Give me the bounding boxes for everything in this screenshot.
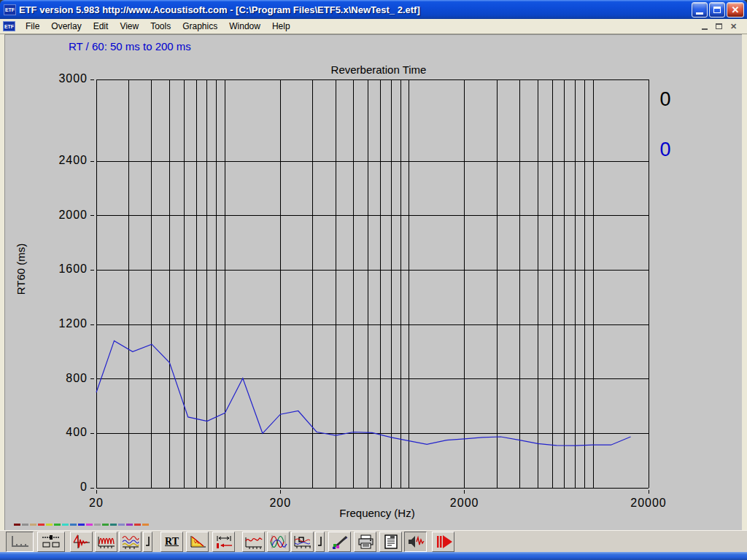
- overlay-color-dash: [94, 524, 101, 526]
- overlay-color-dash: [70, 524, 77, 526]
- minimize-button[interactable]: [692, 2, 708, 18]
- mdi-window-controls: ✕: [698, 20, 740, 32]
- chart-client-area: RT / 60: 50 ms to 200 ms Reverberation T…: [4, 34, 742, 530]
- toolbar-button-corner-marker-2[interactable]: [315, 532, 325, 552]
- window-title: ETF version 5.983 http://www.Acoustisoft…: [19, 4, 420, 15]
- overlay-color-dash: [54, 524, 61, 526]
- report-icon: [382, 534, 400, 550]
- overlay-color-dash: [62, 524, 69, 526]
- toolbar-button-reverberation-time[interactable]: RT: [160, 532, 183, 552]
- corner-icon: [317, 534, 324, 550]
- toolbar-button-report[interactable]: [379, 532, 402, 552]
- toolbar-button-run-measurement[interactable]: [432, 532, 454, 552]
- spkchart-icon: [293, 534, 312, 550]
- mdi-close-button[interactable]: ✕: [727, 20, 740, 32]
- menu-view[interactable]: View: [114, 20, 144, 33]
- overlay-color-dash: [118, 524, 125, 526]
- menu-overlay[interactable]: Overlay: [45, 20, 87, 33]
- toolbar-button-overlay-curves[interactable]: [119, 532, 142, 552]
- x-tick-label: 200: [251, 497, 309, 510]
- y-tick-label: 0: [26, 481, 88, 494]
- overlay-color-dash: [102, 524, 109, 526]
- overlay-color-dash: [46, 524, 53, 526]
- overlay-icon: [121, 534, 140, 550]
- overlay-color-dash: [110, 524, 117, 526]
- close-icon: ✕: [732, 4, 740, 15]
- y-tick-label: 1200: [26, 317, 88, 330]
- menu-edit[interactable]: Edit: [88, 20, 115, 33]
- legend-marker-black: 0: [657, 88, 674, 110]
- overlay-color-strip: [14, 524, 149, 526]
- impulse-icon: [72, 534, 91, 550]
- x-tick-label: 20: [67, 497, 125, 510]
- rt-button-label: RT: [165, 536, 179, 548]
- toolbar: RT: [0, 530, 747, 552]
- taskbar-edge: [0, 552, 747, 560]
- y-tick-label: 3000: [26, 72, 88, 85]
- toolbar-button-play-signal[interactable]: [404, 532, 427, 552]
- mdi-minimize-button[interactable]: [698, 20, 711, 32]
- menu-help[interactable]: Help: [266, 20, 296, 33]
- mdi-restore-icon: [716, 23, 722, 29]
- span-icon: [214, 534, 233, 550]
- slider-icon: [40, 534, 62, 550]
- overlay-color-dash: [86, 524, 93, 526]
- minimize-icon: [696, 12, 703, 15]
- app-icon: ETF: [4, 4, 16, 15]
- toolbar-button-frequency-response[interactable]: [242, 532, 265, 552]
- y-tick-label: 800: [26, 372, 88, 385]
- menu-graphics[interactable]: Graphics: [177, 20, 223, 33]
- toolbar-button-phase-response[interactable]: [267, 532, 290, 552]
- freqresp-icon: [244, 534, 263, 550]
- toolbar-button-edit-graph[interactable]: [328, 532, 351, 552]
- restore-icon: [713, 7, 721, 13]
- toolbar-button-speaker-measurement[interactable]: [291, 532, 314, 552]
- menu-window[interactable]: Window: [223, 20, 266, 33]
- overlay-color-dash: [78, 524, 85, 526]
- toolbar-button-time-window[interactable]: [212, 532, 235, 552]
- axes-icon: [9, 534, 31, 550]
- mdi-close-icon: ✕: [730, 22, 737, 31]
- overlay-color-dash: [22, 524, 28, 526]
- rt60-chart-plot: [4, 34, 742, 530]
- y-tick-label: 2000: [26, 209, 88, 222]
- play-icon: [434, 534, 453, 550]
- spkwave-icon: [406, 534, 425, 550]
- toolbar-button-waterfall-decay[interactable]: [186, 532, 209, 552]
- toolbar-button-corner-marker-1[interactable]: [143, 532, 152, 552]
- print-icon: [356, 534, 375, 550]
- toolbar-button-gain-settings[interactable]: [37, 532, 65, 552]
- legend-marker-blue: 0: [657, 139, 674, 160]
- window-controls: ✕: [692, 2, 744, 18]
- overlay-color-dash: [30, 524, 36, 526]
- toolbar-button-impulse-response[interactable]: [70, 532, 93, 552]
- menu-tools[interactable]: Tools: [144, 20, 177, 33]
- overlay-color-dash: [14, 524, 20, 526]
- mdi-minimize-icon: [702, 28, 708, 30]
- y-tick-label: 400: [26, 426, 88, 439]
- overlay-color-dash: [142, 524, 149, 526]
- edit-icon: [330, 534, 349, 550]
- overlay-color-dash: [38, 524, 44, 526]
- toolbar-button-print[interactable]: [354, 532, 376, 552]
- close-button[interactable]: ✕: [727, 2, 744, 18]
- corner-icon: [144, 534, 152, 550]
- x-tick-label: 2000: [436, 497, 494, 510]
- menu-bar: ETF File Overlay Edit View Tools Graphic…: [0, 19, 747, 34]
- x-tick-label: 20000: [619, 497, 678, 510]
- y-tick-label: 1600: [26, 262, 88, 276]
- toolbar-button-energy-time-curve[interactable]: [95, 532, 117, 552]
- y-tick-label: 2400: [26, 154, 88, 167]
- wavetrain-icon: [97, 534, 116, 550]
- toolbar-button-axes-setup[interactable]: [6, 532, 34, 552]
- overlay-color-dash: [134, 524, 141, 526]
- decay-icon: [188, 534, 207, 550]
- phase-icon: [269, 534, 288, 550]
- mdi-restore-button[interactable]: [713, 20, 725, 32]
- menu-file[interactable]: File: [20, 20, 45, 33]
- title-bar: ETF ETF version 5.983 http://www.Acousti…: [0, 0, 747, 19]
- restore-button[interactable]: [709, 2, 725, 18]
- overlay-color-dash: [126, 524, 133, 526]
- document-icon[interactable]: ETF: [3, 21, 15, 31]
